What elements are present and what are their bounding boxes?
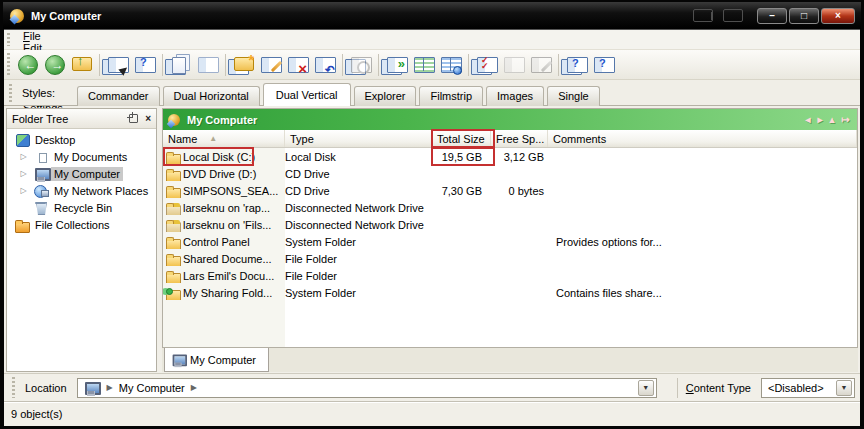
tree-item-my-documents[interactable]: My Documents [7, 148, 156, 165]
file-name: Local Disk (C:) [183, 151, 255, 163]
file-name: My Sharing Fold... [183, 287, 272, 299]
tab-strip: My Computer [162, 348, 858, 372]
content-type-dropdown-button[interactable]: ▼ [836, 380, 852, 396]
style-dual-vertical[interactable]: Dual Vertical [263, 83, 351, 106]
file-name: larseknu on 'rap... [183, 202, 270, 214]
column-header-name[interactable]: Name ▲ [163, 130, 285, 147]
minimize-button[interactable]: – [757, 8, 787, 24]
separator [342, 54, 343, 76]
style-explorer[interactable]: Explorer [354, 86, 417, 106]
file-type: Disconnected Network Drive [285, 219, 432, 231]
style-filmstrip[interactable]: Filmstrip [419, 86, 483, 106]
tree-item-network-places[interactable]: My Network Places [7, 182, 156, 199]
nav-back-icon[interactable]: ◂ [806, 115, 811, 125]
back-button[interactable] [15, 52, 40, 77]
float-panel-icon[interactable] [129, 114, 138, 123]
context-help-pointer-button[interactable] [132, 52, 157, 77]
paste-button[interactable] [195, 52, 220, 77]
menu-file[interactable]: File [14, 30, 77, 42]
toolbar-grip[interactable] [6, 33, 11, 46]
column-header-free-space[interactable]: Free Sp... [491, 130, 548, 147]
help-button[interactable] [564, 52, 589, 77]
tab-my-computer[interactable]: My Computer [164, 348, 269, 372]
breadcrumb-my-computer[interactable]: My Computer [119, 382, 185, 394]
whats-this-button[interactable] [591, 52, 616, 77]
close-button[interactable]: × [821, 8, 855, 24]
location-dropdown-button[interactable]: ▼ [638, 380, 654, 396]
list-row[interactable]: Shared Docume... File Folder [163, 250, 857, 267]
separator [162, 54, 163, 76]
list-row[interactable]: Control Panel System Folder Provides opt… [163, 233, 857, 250]
list-row[interactable]: My Sharing Fold... System Folder Contain… [163, 284, 857, 301]
location-label: Location [25, 382, 67, 394]
style-images[interactable]: Images [486, 86, 544, 106]
maximize-button[interactable]: □ [789, 8, 819, 24]
expand-arrow-icon[interactable] [16, 186, 31, 195]
location-breadcrumb-field[interactable]: ▶ My Computer ▶ ▼ [77, 378, 657, 398]
column-header-type[interactable]: Type [285, 130, 432, 147]
tree-item-my-computer[interactable]: My Computer [7, 165, 156, 182]
close-panel-icon[interactable]: × [145, 114, 151, 124]
list-row[interactable]: Local Disk (C:) Local Disk 19,5 GB 3,12 … [163, 148, 857, 165]
delete-button[interactable] [285, 52, 310, 77]
dropdown-arrow-icon [395, 60, 399, 69]
file-type: Local Disk [285, 151, 432, 163]
select-files-button[interactable] [474, 52, 499, 77]
tree-item-recycle-bin[interactable]: Recycle Bin [7, 199, 156, 216]
file-name: Control Panel [183, 236, 250, 248]
file-list-panel: My Computer ◂ ▸ ▴ ↦ Name ▲ Ty [162, 108, 858, 348]
local-disk-icon [165, 149, 181, 164]
nav-up-icon[interactable]: ▴ [830, 115, 835, 125]
list-row[interactable]: Lars Emil's Docu... File Folder [163, 267, 857, 284]
go-dual-panel-button[interactable] [384, 52, 409, 77]
folder-tree-title: Folder Tree [12, 113, 129, 125]
file-name: DVD Drive (D:) [183, 168, 256, 180]
list-row[interactable]: SIMPSONS_SEA... CD Drive 7,30 GB 0 bytes [163, 182, 857, 199]
file-name: Lars Emil's Docu... [183, 270, 274, 282]
style-dual-horizontal[interactable]: Dual Horizontal [163, 86, 260, 106]
copy-to-button[interactable] [105, 52, 130, 77]
column-header-total-size[interactable]: Total Size [432, 130, 491, 147]
breadcrumb-arrow-icon[interactable]: ▶ [107, 383, 113, 392]
properties-button[interactable] [501, 52, 526, 77]
list-row[interactable]: larseknu on 'rap... Disconnected Network… [163, 199, 857, 216]
file-name: Shared Docume... [183, 253, 272, 265]
copy-button[interactable] [168, 52, 193, 77]
tree-item-label: My Network Places [51, 184, 151, 198]
file-free-space: 3,12 GB [491, 151, 548, 163]
recycle-bin-icon [33, 200, 49, 215]
nav-last-icon[interactable]: ↦ [842, 115, 850, 125]
style-single[interactable]: Single [547, 86, 600, 106]
dual-browser-button[interactable] [438, 52, 463, 77]
edit-file-button[interactable] [528, 52, 553, 77]
dual-panel-button[interactable] [411, 52, 436, 77]
edit-button[interactable] [258, 52, 283, 77]
toolbar-grip[interactable] [6, 53, 11, 76]
style-commander[interactable]: Commander [77, 86, 160, 106]
nav-forward-icon[interactable]: ▸ [818, 115, 823, 125]
forward-button[interactable] [42, 52, 67, 77]
network-places-icon [33, 183, 49, 198]
preview-button[interactable] [348, 52, 373, 77]
expand-arrow-icon[interactable] [16, 169, 31, 178]
tree-item-file-collections[interactable]: File Collections [7, 216, 156, 233]
tree-item-label: My Computer [51, 167, 123, 181]
folder-tree-header: Folder Tree × [7, 109, 156, 129]
expand-arrow-icon[interactable] [16, 152, 31, 161]
separator [468, 54, 469, 76]
undo-button[interactable] [312, 52, 337, 77]
up-one-level-button[interactable] [69, 52, 94, 77]
toolbar-grip[interactable] [8, 84, 13, 102]
breadcrumb-arrow-icon[interactable]: ▶ [191, 383, 197, 392]
tree-item-desktop[interactable]: Desktop [7, 131, 156, 148]
panel-header-title: My Computer [187, 114, 806, 126]
file-collections-icon [14, 217, 30, 232]
content-type-select[interactable]: <Disabled> ▼ [761, 378, 855, 398]
new-folder-button[interactable] [231, 52, 256, 77]
column-header-comments[interactable]: Comments [548, 130, 857, 147]
application-window: My Computer – □ × File Edit View Go [0, 0, 864, 429]
list-row[interactable]: larseknu on 'Fils... Disconnected Networ… [163, 216, 857, 233]
file-type: CD Drive [285, 185, 432, 197]
list-row[interactable]: DVD Drive (D:) CD Drive [163, 165, 857, 182]
toolbar-grip[interactable] [11, 377, 16, 398]
